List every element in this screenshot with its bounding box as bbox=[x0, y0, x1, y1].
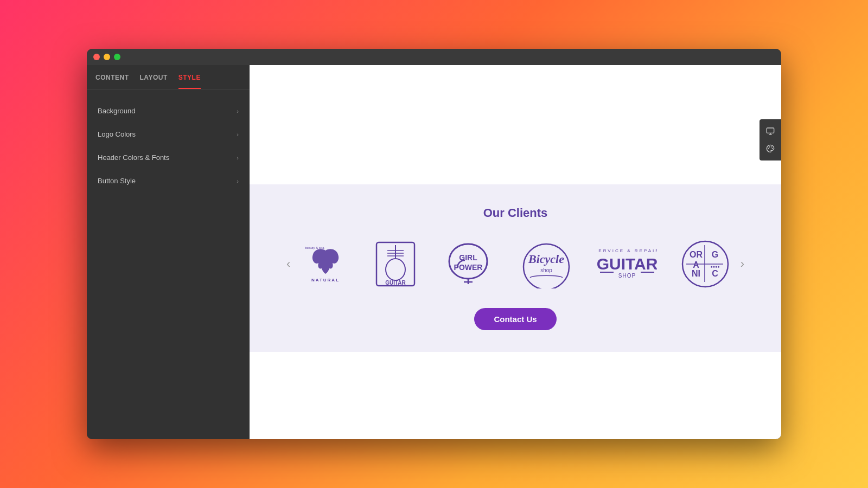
chevron-right-icon: › bbox=[237, 108, 239, 114]
chevron-right-icon: › bbox=[237, 155, 239, 161]
titlebar bbox=[87, 49, 781, 65]
svg-text:GUITAR: GUITAR bbox=[597, 255, 657, 273]
contact-btn-wrap: Contact Us bbox=[282, 308, 749, 330]
maximize-button[interactable] bbox=[114, 54, 120, 60]
sidebar-tabs: CONTENT LAYOUT STYLE bbox=[87, 65, 250, 89]
svg-text:Bicycle: Bicycle bbox=[528, 252, 564, 266]
svg-text:GIRL: GIRL bbox=[459, 253, 477, 262]
sidebar-item-background[interactable]: Background › bbox=[87, 100, 250, 121]
chevron-right-icon: › bbox=[237, 131, 239, 138]
canvas-area: Our Clients ‹ NATURAL beauty & spa bbox=[250, 65, 781, 439]
chevron-right-icon: › bbox=[237, 178, 239, 184]
svg-text:A: A bbox=[693, 260, 699, 269]
logo-natural: NATURAL beauty & spa bbox=[301, 242, 350, 286]
svg-point-6 bbox=[772, 148, 773, 149]
tab-content[interactable]: CONTENT bbox=[95, 74, 129, 89]
sidebar-item-label: Button Style bbox=[98, 177, 136, 185]
window-body: CONTENT LAYOUT STYLE Background › Logo C… bbox=[87, 65, 781, 439]
logo-guitar-rect: GUITAR bbox=[374, 240, 417, 288]
logo-bicycle: Bicycle shop bbox=[519, 240, 573, 288]
logos-row: NATURAL beauty & spa bbox=[295, 240, 736, 288]
carousel-next-button[interactable]: › bbox=[736, 253, 749, 275]
svg-point-5 bbox=[771, 146, 772, 147]
app-window: CONTENT LAYOUT STYLE Background › Logo C… bbox=[87, 49, 781, 439]
white-section bbox=[250, 65, 781, 184]
svg-text:OR: OR bbox=[690, 250, 703, 259]
close-button[interactable] bbox=[93, 54, 100, 60]
svg-rect-0 bbox=[767, 128, 774, 133]
svg-point-4 bbox=[769, 146, 770, 147]
logo-organic: OR G A ●●●● NI C bbox=[681, 240, 730, 288]
svg-point-19 bbox=[524, 244, 569, 288]
sidebar-item-label: Header Colors & Fonts bbox=[98, 153, 169, 162]
svg-point-3 bbox=[768, 148, 769, 149]
svg-text:NATURAL: NATURAL bbox=[311, 278, 340, 282]
svg-text:GUITAR: GUITAR bbox=[385, 280, 406, 286]
main-content: Our Clients ‹ NATURAL beauty & spa bbox=[250, 65, 781, 439]
clients-section: Our Clients ‹ NATURAL beauty & spa bbox=[250, 184, 781, 352]
sidebar: CONTENT LAYOUT STYLE Background › Logo C… bbox=[87, 65, 250, 439]
sidebar-item-label: Logo Colors bbox=[98, 130, 136, 138]
svg-text:beauty & spa: beauty & spa bbox=[305, 246, 325, 249]
svg-text:shop: shop bbox=[540, 267, 552, 273]
minimize-button[interactable] bbox=[104, 54, 110, 60]
sidebar-content: Background › Logo Colors › Header Colors… bbox=[87, 89, 250, 202]
tab-layout[interactable]: LAYOUT bbox=[140, 74, 168, 89]
sidebar-item-button-style[interactable]: Button Style › bbox=[87, 170, 250, 191]
svg-text:NI: NI bbox=[692, 269, 700, 278]
clients-title: Our Clients bbox=[282, 206, 749, 220]
bottom-white-section bbox=[250, 352, 781, 439]
paint-icon[interactable] bbox=[763, 141, 778, 156]
svg-text:G: G bbox=[711, 250, 718, 259]
right-toolbar bbox=[760, 119, 781, 160]
svg-text:SERVICE & REPAIR: SERVICE & REPAIR bbox=[597, 248, 657, 253]
sidebar-item-logo-colors[interactable]: Logo Colors › bbox=[87, 124, 250, 145]
tab-style[interactable]: STYLE bbox=[178, 74, 201, 89]
svg-point-10 bbox=[386, 259, 405, 280]
logo-girlpower: GIRL POWER bbox=[441, 240, 495, 288]
sidebar-item-header-colors-fonts[interactable]: Header Colors & Fonts › bbox=[87, 147, 250, 168]
svg-text:C: C bbox=[712, 269, 718, 278]
carousel-prev-button[interactable]: ‹ bbox=[282, 253, 295, 275]
monitor-icon[interactable] bbox=[763, 124, 778, 139]
svg-text:●●●●: ●●●● bbox=[710, 265, 719, 268]
contact-us-button[interactable]: Contact Us bbox=[474, 308, 556, 330]
sidebar-item-label: Background bbox=[98, 107, 135, 115]
svg-text:SHOP: SHOP bbox=[618, 273, 636, 279]
svg-text:POWER: POWER bbox=[454, 263, 483, 272]
clients-carousel: ‹ NATURAL beauty & spa bbox=[282, 240, 749, 288]
logo-guitar-shop: SERVICE & REPAIR GUITAR SHOP bbox=[597, 242, 657, 286]
